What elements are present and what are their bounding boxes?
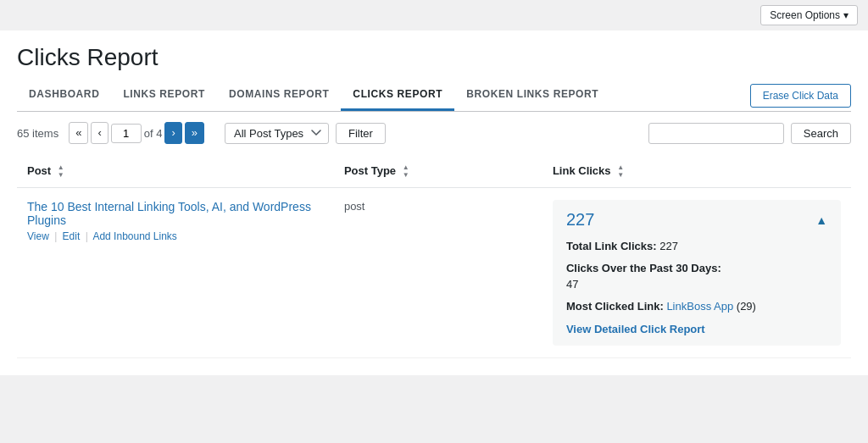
next-page-button[interactable]: › bbox=[164, 122, 181, 144]
post-actions: View | Edit | Add Inbound Links bbox=[27, 230, 324, 242]
filter-button[interactable]: Filter bbox=[336, 123, 386, 144]
nav-item-broken-links-report[interactable]: BROKEN LINKS REPORT bbox=[454, 80, 610, 111]
post-action-add-inbound-links[interactable]: Add Inbound Links bbox=[92, 230, 176, 242]
clicks-arrow-icon: ▲ bbox=[815, 213, 827, 227]
clicks-most-clicked-detail: Most Clicked Link: LinkBoss App (29) bbox=[566, 298, 827, 315]
page-number-input[interactable] bbox=[111, 124, 142, 143]
col-header-link-clicks: Link Clicks ▲ ▼ bbox=[542, 156, 851, 188]
nav-item-clicks-report[interactable]: CLICKS REPORT bbox=[341, 80, 454, 111]
sort-arrows-post[interactable]: ▲ ▼ bbox=[58, 164, 64, 179]
clicks-past30-detail: Clicks Over the Past 30 Days: 47 bbox=[566, 260, 827, 293]
screen-options-label: Screen Options bbox=[770, 9, 840, 21]
clicks-number: 227 bbox=[566, 210, 594, 230]
post-type-select[interactable]: All Post Types post page bbox=[225, 123, 329, 144]
page-of-label: of 4 bbox=[144, 127, 163, 140]
table-row: The 10 Best Internal Linking Tools, AI, … bbox=[17, 188, 851, 358]
most-clicked-link[interactable]: LinkBoss App bbox=[666, 300, 733, 313]
last-page-button[interactable]: » bbox=[185, 122, 204, 144]
col-header-post: Post ▲ ▼ bbox=[17, 156, 334, 188]
post-action-edit[interactable]: Edit bbox=[63, 230, 81, 242]
search-button[interactable]: Search bbox=[791, 123, 851, 144]
search-input[interactable] bbox=[648, 123, 784, 144]
pagination: « ‹ of 4 › » bbox=[69, 122, 204, 144]
nav-item-domains-report[interactable]: DOMAINS REPORT bbox=[217, 80, 341, 111]
col-header-post-type: Post Type ▲ ▼ bbox=[334, 156, 542, 188]
screen-options-button[interactable]: Screen Options ▾ bbox=[760, 5, 858, 25]
screen-options-arrow: ▾ bbox=[843, 9, 849, 21]
sort-arrows-link-clicks[interactable]: ▲ ▼ bbox=[617, 164, 624, 179]
nav-item-dashboard[interactable]: DASHBOARD bbox=[17, 80, 111, 111]
nav-links: DASHBOARD LINKS REPORT DOMAINS REPORT CL… bbox=[17, 80, 610, 111]
view-detailed-click-report-link[interactable]: View Detailed Click Report bbox=[566, 323, 705, 335]
first-page-button[interactable]: « bbox=[69, 122, 88, 144]
erase-click-data-button[interactable]: Erase Click Data bbox=[750, 84, 851, 108]
items-count: 65 items bbox=[17, 127, 58, 140]
page-title: Clicks Report bbox=[17, 30, 851, 80]
post-action-view[interactable]: View bbox=[27, 230, 49, 242]
nav-item-links-report[interactable]: LINKS REPORT bbox=[111, 80, 217, 111]
post-title-link[interactable]: The 10 Best Internal Linking Tools, AI, … bbox=[27, 200, 324, 227]
data-table: Post ▲ ▼ Post Type ▲ ▼ Link Clicks bbox=[17, 156, 851, 358]
post-type-value: post bbox=[344, 200, 365, 213]
clicks-total-detail: Total Link Clicks: 227 bbox=[566, 238, 827, 255]
clicks-panel: 227 ▲ Total Link Clicks: 227 Clicks Over… bbox=[553, 200, 841, 346]
prev-page-button[interactable]: ‹ bbox=[91, 122, 108, 144]
sort-arrows-post-type[interactable]: ▲ ▼ bbox=[403, 164, 409, 179]
